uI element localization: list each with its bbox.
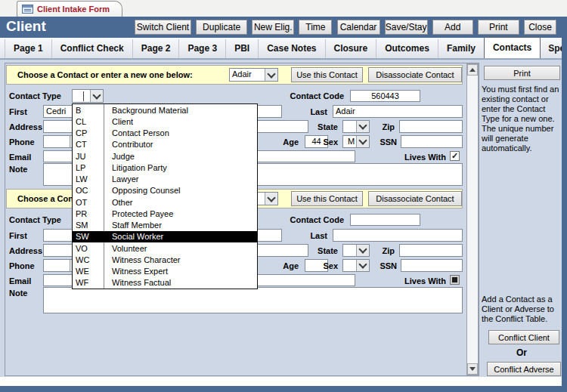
lives-with-checkbox-1[interactable] [450, 151, 460, 161]
option-label: Contact Person [104, 128, 169, 137]
note-label-2: Note [9, 289, 27, 298]
option-label: Social Worker [104, 232, 163, 241]
tab-contacts[interactable]: Contacts [484, 37, 541, 58]
tab-outcomes[interactable]: Outcomes [376, 39, 438, 58]
contact-type-option-selected[interactable]: SWSocial Worker [73, 231, 257, 242]
note-input-2[interactable] [43, 287, 463, 313]
option-label: Litigation Party [104, 163, 167, 172]
conflict-adverse-button[interactable]: Conflict Adverse [487, 362, 561, 376]
contact-type-option[interactable]: BBackground Material [73, 104, 257, 116]
option-label: Lawyer [104, 174, 138, 184]
option-code: WC [73, 254, 104, 265]
bottom-border-bar [0, 386, 567, 392]
tab-pbi[interactable]: PBI [226, 39, 259, 58]
phone-type-value-2 [44, 260, 70, 271]
ssn-label-1: SSN [368, 137, 397, 147]
contact-type-label-2: Contact Type [9, 215, 61, 224]
contact-type-option[interactable]: WCWitness Character [73, 254, 257, 265]
arrow-down-icon [469, 367, 476, 371]
ssn-label-2: SSN [368, 261, 397, 270]
tab-page-1[interactable]: Page 1 [5, 39, 52, 58]
option-label: Protected Payee [104, 209, 173, 218]
tab-conflict-check[interactable]: Conflict Check [52, 39, 133, 58]
tab-page-3[interactable]: Page 3 [179, 39, 226, 58]
age-label-1: Age [271, 137, 299, 147]
option-label: Volunteer [104, 244, 147, 253]
or-label: Or [482, 347, 562, 358]
dropdown-arrow-icon[interactable] [265, 69, 277, 81]
contact-type-option[interactable]: OCOpposing Counsel [73, 185, 257, 196]
contact-type-combo-1[interactable] [72, 89, 104, 103]
contact-type-option[interactable]: CTContributor [73, 139, 257, 150]
form-icon [22, 5, 33, 14]
email-label-2: Email [9, 276, 31, 286]
contact-code-input-1[interactable]: 560443 [350, 90, 420, 102]
option-label: Staff Member [104, 221, 162, 230]
sex-value-2 [343, 260, 356, 271]
last-input-2[interactable] [333, 229, 463, 242]
sex-combo-1[interactable]: M [342, 135, 370, 148]
contact-type-option[interactable]: SMStaff Member [73, 220, 257, 231]
ssn-input-2[interactable] [401, 259, 463, 272]
use-this-contact-button-2[interactable]: Use this Contact [291, 191, 363, 206]
phone-type-value-1 [44, 136, 70, 147]
option-code: SW [73, 231, 104, 242]
use-this-contact-button-1[interactable]: Use this Contact [291, 67, 363, 82]
contact-picker-combo-1[interactable]: Adair [229, 68, 278, 82]
tab-page-2[interactable]: Page 2 [133, 39, 180, 58]
sex-combo-2[interactable] [342, 259, 370, 272]
switch-client-button[interactable]: Switch Client [135, 20, 191, 35]
contact-code-input-2[interactable] [350, 214, 420, 226]
option-label: Judge [104, 152, 135, 161]
duplicate-button[interactable]: Duplicate [196, 20, 247, 35]
contact-type-option[interactable]: CPContact Person [73, 128, 257, 139]
option-code: OC [73, 185, 104, 196]
time-button[interactable]: Time [299, 20, 332, 35]
contact-type-option[interactable]: VOVolunteer [73, 242, 257, 254]
tab-family[interactable]: Family [438, 39, 485, 58]
ssn-input-1[interactable] [401, 135, 463, 148]
dropdown-arrow-icon[interactable] [265, 193, 277, 205]
calendar-button[interactable]: Calendar [337, 20, 380, 35]
new-elig-button[interactable]: New Elig. [252, 20, 294, 35]
zip-input-1[interactable] [399, 120, 463, 133]
vertical-scrollbar[interactable] [466, 63, 479, 375]
disassociate-contact-button-2[interactable]: Disassociate Contact [368, 191, 462, 206]
contact-type-option[interactable]: JUJudge [73, 150, 257, 162]
lives-with-label-2: Lives With [393, 276, 446, 286]
print-button-top[interactable]: Print [478, 20, 519, 35]
page-title: Client [6, 18, 46, 35]
scroll-down-button[interactable] [467, 363, 478, 375]
dropdown-arrow-icon[interactable] [90, 90, 103, 102]
save-stay-button[interactable]: Save/Stay [385, 20, 428, 35]
dropdown-arrow-icon[interactable] [356, 136, 369, 147]
conflict-client-button[interactable]: Conflict Client [488, 330, 559, 344]
tab-closure[interactable]: Closure [326, 39, 377, 58]
option-code: B [73, 104, 104, 116]
contact-type-option[interactable]: WFWitness Factual [73, 277, 257, 289]
document-tab[interactable]: Client Intake Form [17, 1, 122, 17]
scroll-up-button[interactable] [467, 64, 478, 76]
last-input-1[interactable]: Adair [333, 105, 463, 118]
contact-type-option[interactable]: PRProtected Payee [73, 208, 257, 219]
phone-label-1: Phone [9, 137, 35, 147]
contact-type-option[interactable]: CLClient [73, 116, 257, 127]
contact-type-option[interactable]: WEWitness Expert [73, 266, 257, 277]
close-button[interactable]: Close [524, 20, 556, 35]
disassociate-contact-button-1[interactable]: Disassociate Contact [368, 67, 462, 82]
add-button[interactable]: Add [432, 20, 473, 35]
print-button[interactable]: Print [484, 66, 560, 80]
state-label-2: State [302, 246, 338, 255]
tab-case-notes[interactable]: Case Notes [259, 39, 325, 58]
option-code: WE [73, 266, 104, 277]
contact-type-option[interactable]: OTOther [73, 196, 257, 208]
zip-label-1: Zip [365, 122, 395, 131]
contact-type-label-1: Contact Type [9, 91, 61, 100]
contact-type-option[interactable]: LWLawyer [73, 174, 257, 185]
dropdown-arrow-icon[interactable] [356, 260, 369, 271]
option-code: PR [73, 208, 104, 219]
zip-input-2[interactable] [399, 244, 463, 257]
option-code: OT [73, 196, 104, 208]
contact-type-option[interactable]: LPLitigation Party [73, 162, 257, 173]
lives-with-checkbox-2[interactable] [450, 275, 460, 285]
